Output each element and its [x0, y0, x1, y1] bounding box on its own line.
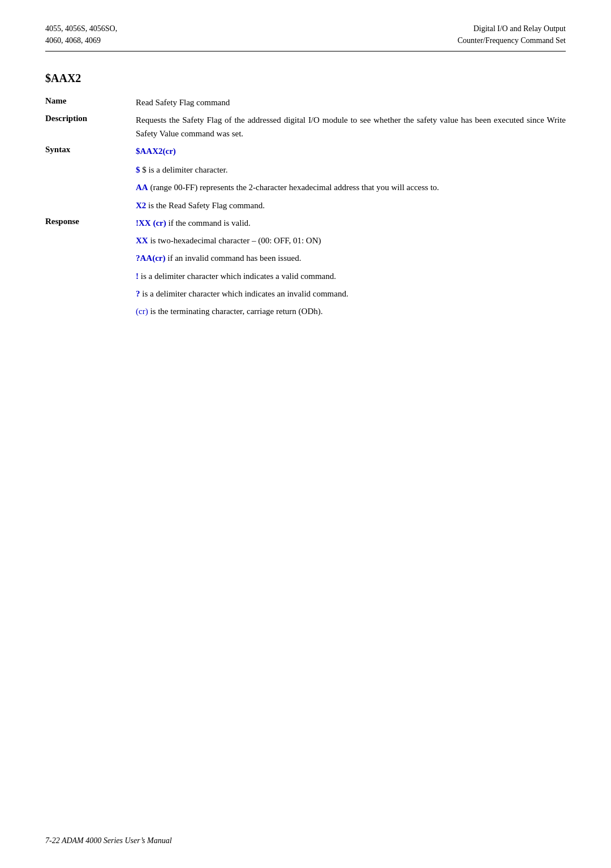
response-3-prefix: ?AA(cr) [136, 253, 165, 263]
response-1-suffix: if the command is valid. [166, 218, 251, 227]
response-6-prefix: (cr) [136, 307, 148, 316]
header-right: Digital I/O and Relay Output Counter/Fre… [458, 23, 566, 46]
name-label: Name [45, 94, 136, 111]
response-line-4: ! is a delimiter character which indicat… [136, 270, 566, 283]
footer-text: 7-22 ADAM 4000 Series User’s Manual [45, 836, 172, 845]
header-title-line1: Digital I/O and Relay Output [458, 23, 566, 35]
syntax-x2-prefix: X2 [136, 201, 146, 210]
footer: 7-22 ADAM 4000 Series User’s Manual [45, 836, 172, 845]
response-line-5: ? is a delimiter character which indicat… [136, 287, 566, 300]
syntax-aa-text: (range 00-FF) represents the 2-character… [150, 183, 439, 192]
syntax-aa-prefix: AA [136, 183, 148, 192]
name-value: Read Safety Flag command [136, 94, 566, 111]
response-5-prefix: ? [136, 289, 140, 298]
header-title-line2: Counter/Frequency Command Set [458, 35, 566, 46]
description-value-text: Requests the Safety Flag of the addresse… [136, 114, 566, 140]
syntax-command-text: $AAX2(cr) [136, 147, 176, 156]
header-left: 4055, 4056S, 4056SO, 4060, 4068, 4069 [45, 23, 117, 46]
response-line-1: !XX (cr) if the command is valid. [136, 217, 566, 230]
syntax-row: Syntax $AAX2(cr) $ $ is a delimiter char… [45, 143, 566, 214]
syntax-dollar-sign: $ [136, 165, 140, 174]
response-4-suffix: is a delimiter character which indicates… [139, 272, 336, 281]
response-2-prefix: XX [136, 236, 148, 245]
header-model-line2: 4060, 4068, 4069 [45, 35, 117, 46]
response-2-suffix: is two-hexadecimal character – (00: OFF,… [148, 236, 321, 245]
name-value-text: Read Safety Flag command [136, 96, 566, 109]
page: 4055, 4056S, 4056SO, 4060, 4068, 4069 Di… [0, 0, 611, 868]
page-header: 4055, 4056S, 4056SO, 4060, 4068, 4069 Di… [45, 23, 566, 51]
syntax-x2-text: is the Read Safety Flag command. [148, 201, 265, 210]
response-line-3: ?AA(cr) if an invalid command has been i… [136, 252, 566, 265]
response-line-6: (cr) is the terminating character, carri… [136, 305, 566, 318]
syntax-x2-line: X2 is the Read Safety Flag command. [136, 199, 566, 212]
response-line-2: XX is two-hexadecimal character – (00: O… [136, 234, 566, 247]
response-3-suffix: if an invalid command has been issued. [165, 253, 301, 263]
syntax-dollar-line: $ $ is a delimiter character. [136, 164, 566, 177]
description-value: Requests the Safety Flag of the addresse… [136, 111, 566, 143]
response-label: Response [45, 214, 136, 321]
syntax-command-line: $AAX2(cr) [136, 145, 566, 158]
content-table: Name Read Safety Flag command Descriptio… [45, 94, 566, 320]
response-1-prefix: !XX (cr) [136, 218, 166, 227]
header-model-line1: 4055, 4056S, 4056SO, [45, 23, 117, 35]
description-row: Description Requests the Safety Flag of … [45, 111, 566, 143]
response-6-suffix: is the terminating character, carriage r… [148, 307, 323, 316]
response-value: !XX (cr) if the command is valid. XX is … [136, 214, 566, 321]
response-5-suffix: is a delimiter character which indicates… [140, 289, 348, 298]
command-heading: $AAX2 [45, 72, 566, 85]
name-row: Name Read Safety Flag command [45, 94, 566, 111]
syntax-value: $AAX2(cr) $ $ is a delimiter character. … [136, 143, 566, 214]
syntax-aa-line: AA (range 00-FF) represents the 2-charac… [136, 181, 566, 194]
syntax-dollar-text: $ is a delimiter character. [142, 165, 227, 174]
syntax-label: Syntax [45, 143, 136, 214]
description-label: Description [45, 111, 136, 143]
response-row: Response !XX (cr) if the command is vali… [45, 214, 566, 321]
